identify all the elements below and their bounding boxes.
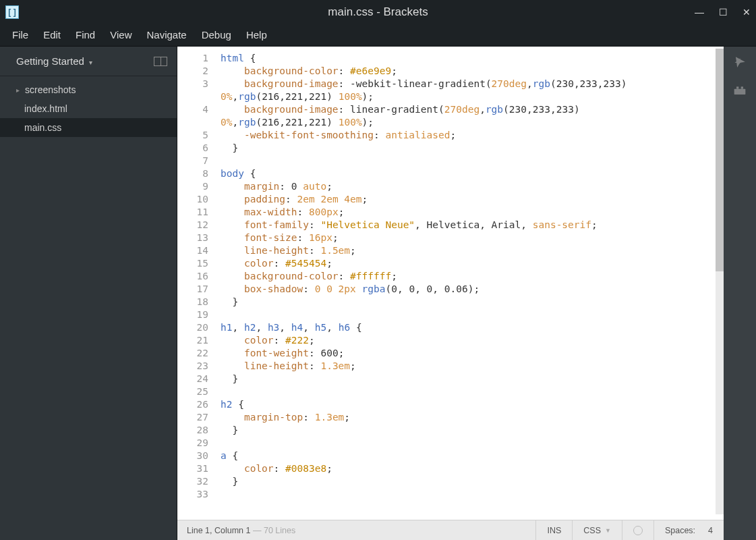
file-tree: screenshotsindex.htmlmain.css — [0, 76, 177, 137]
project-name: Getting Started — [16, 55, 84, 67]
menubar: FileEditFindViewNavigateDebugHelp — [0, 24, 756, 47]
menu-find[interactable]: Find — [76, 29, 95, 40]
maximize-button[interactable]: ☐ — [719, 7, 728, 18]
statusbar: Line 1, Column 1 — 70 Lines INS CSS▼ Spa… — [177, 520, 724, 540]
menu-file[interactable]: File — [12, 29, 28, 40]
svg-rect-1 — [736, 86, 738, 88]
scrollbar-thumb[interactable] — [716, 49, 724, 271]
sidebar: Getting Started ▾ screenshotsindex.htmlm… — [0, 47, 177, 540]
language-label: CSS — [583, 526, 601, 535]
menu-navigate[interactable]: Navigate — [146, 29, 186, 40]
svg-rect-0 — [734, 89, 746, 94]
chevron-down-icon: ▼ — [605, 527, 611, 534]
code-content[interactable]: html { background-color: #e6e9e9; backgr… — [218, 47, 724, 520]
code-editor[interactable]: 123 4 5678910111213141516171819202122232… — [177, 47, 724, 520]
vertical-scrollbar[interactable] — [716, 49, 724, 514]
close-button[interactable]: ✕ — [743, 7, 751, 18]
spaces-label: Spaces: — [665, 526, 695, 535]
indent-settings[interactable]: Spaces: 4 — [653, 520, 724, 540]
split-view-icon[interactable] — [154, 57, 167, 66]
menu-debug[interactable]: Debug — [202, 29, 231, 40]
menu-edit[interactable]: Edit — [43, 29, 61, 40]
file-index-html[interactable]: index.html — [0, 99, 177, 118]
live-preview-icon[interactable] — [732, 56, 747, 70]
titlebar: [ ] main.css - Brackets — ☐ ✕ — [0, 0, 756, 24]
minimize-button[interactable]: — — [695, 7, 704, 18]
spaces-value: 4 — [708, 526, 713, 535]
insert-mode-label: INS — [547, 526, 561, 535]
right-toolbar — [724, 47, 756, 540]
svg-rect-2 — [741, 86, 743, 88]
language-mode[interactable]: CSS▼ — [572, 520, 622, 540]
file-main-css[interactable]: main.css — [0, 118, 177, 137]
line-count: — 70 Lines — [253, 526, 295, 535]
line-gutter: 123 4 5678910111213141516171819202122232… — [177, 47, 218, 520]
chevron-down-icon: ▾ — [87, 59, 92, 66]
cursor-position[interactable]: Line 1, Column 1 — 70 Lines — [177, 526, 295, 535]
menu-help[interactable]: Help — [246, 29, 267, 40]
editor: 123 4 5678910111213141516171819202122232… — [177, 47, 724, 540]
cursor-text: Line 1, Column 1 — [187, 526, 251, 535]
sidebar-project-dropdown[interactable]: Getting Started ▾ — [0, 47, 177, 76]
main-area: Getting Started ▾ screenshotsindex.htmlm… — [0, 47, 756, 540]
menu-view[interactable]: View — [110, 29, 132, 40]
window-title: main.css - Brackets — [328, 5, 428, 19]
window-controls: — ☐ ✕ — [695, 7, 751, 18]
insert-mode[interactable]: INS — [535, 520, 572, 540]
linting-indicator[interactable] — [622, 520, 653, 540]
extensions-icon[interactable] — [732, 84, 747, 98]
circle-icon — [633, 526, 643, 535]
folder-screenshots[interactable]: screenshots — [0, 80, 177, 99]
app-icon: [ ] — [5, 5, 19, 19]
